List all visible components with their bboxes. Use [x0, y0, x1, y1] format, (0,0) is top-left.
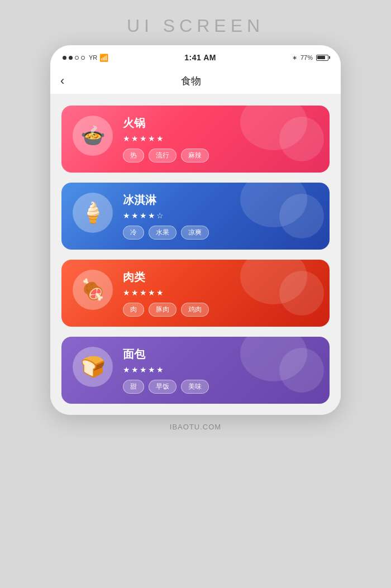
tag-热[interactable]: 热 — [123, 149, 144, 162]
star-3: ★ — [148, 211, 155, 220]
tag-豚肉[interactable]: 豚肉 — [149, 303, 177, 317]
signal-dot3 — [75, 56, 79, 60]
card-icon-meat: 🍖 — [73, 270, 113, 310]
bottom-label: IBAOTU.COM — [170, 423, 221, 431]
tag-流行[interactable]: 流行 — [149, 149, 177, 162]
star-0: ★ — [123, 365, 130, 374]
status-bar: YR 📶 1:41 AM ∗ 77% — [50, 45, 341, 68]
star-2: ★ — [140, 134, 147, 143]
carrier-label: YR — [89, 54, 97, 61]
tag-美味[interactable]: 美味 — [181, 380, 209, 394]
star-3: ★ — [148, 288, 155, 297]
signal-dot4 — [81, 56, 85, 60]
back-button[interactable]: ‹ — [60, 75, 64, 87]
star-3: ★ — [148, 134, 155, 143]
content-area: 🍲火锅★★★★★热流行麻辣🍦冰淇淋★★★★☆冷水果凉爽🍖肉类★★★★★肉豚肉鸡肉… — [50, 94, 341, 415]
battery-icon — [316, 55, 328, 61]
food-card-icecream[interactable]: 🍦冰淇淋★★★★☆冷水果凉爽 — [61, 183, 330, 250]
card-icon-bread: 🍞 — [73, 347, 113, 387]
tag-甜[interactable]: 甜 — [123, 380, 144, 394]
battery-percent: 77% — [301, 54, 313, 61]
star-1: ★ — [131, 365, 139, 374]
food-card-hotpot[interactable]: 🍲火锅★★★★★热流行麻辣 — [61, 106, 330, 173]
star-1: ★ — [131, 134, 139, 143]
food-card-bread[interactable]: 🍞面包★★★★★甜早饭美味 — [61, 337, 330, 404]
blob-deco2 — [279, 271, 324, 315]
phone-frame: YR 📶 1:41 AM ∗ 77% ‹ 食物 🍲火锅★★★★★热流行麻辣🍦冰淇… — [50, 45, 341, 415]
wifi-icon: 📶 — [99, 54, 108, 62]
star-2: ★ — [140, 365, 147, 374]
star-3: ★ — [148, 365, 155, 374]
card-icon-hotpot: 🍲 — [73, 116, 113, 156]
battery-box — [316, 55, 328, 61]
tag-水果[interactable]: 水果 — [149, 226, 177, 240]
status-signal: YR 📶 — [63, 54, 108, 62]
page-title: 食物 — [64, 74, 317, 88]
tag-凉爽[interactable]: 凉爽 — [181, 226, 209, 240]
star-2: ★ — [140, 288, 147, 297]
star-0: ★ — [123, 288, 130, 297]
tag-麻辣[interactable]: 麻辣 — [181, 149, 209, 162]
time-display: 1:41 AM — [184, 53, 216, 62]
tag-鸡肉[interactable]: 鸡肉 — [181, 303, 209, 317]
tag-冷[interactable]: 冷 — [123, 226, 144, 240]
star-4: ☆ — [156, 211, 164, 220]
star-4: ★ — [156, 134, 164, 143]
screen-label: UI SCREEN — [127, 16, 264, 36]
food-card-meat[interactable]: 🍖肉类★★★★★肉豚肉鸡肉 — [61, 260, 330, 327]
star-4: ★ — [156, 365, 164, 374]
blob-deco2 — [279, 117, 324, 161]
star-0: ★ — [123, 134, 130, 143]
signal-dot2 — [69, 56, 73, 60]
battery-fill — [317, 56, 325, 59]
bluetooth-icon: ∗ — [292, 54, 297, 61]
tag-肉[interactable]: 肉 — [123, 303, 144, 317]
blob-deco2 — [279, 348, 324, 393]
star-1: ★ — [131, 211, 139, 220]
blob-deco2 — [279, 194, 324, 238]
tag-早饭[interactable]: 早饭 — [149, 380, 177, 394]
star-0: ★ — [123, 211, 130, 220]
star-1: ★ — [131, 288, 139, 297]
status-right: ∗ 77% — [292, 54, 328, 61]
signal-dot1 — [63, 56, 66, 60]
star-4: ★ — [156, 288, 164, 297]
nav-bar: ‹ 食物 — [50, 68, 341, 94]
star-2: ★ — [140, 211, 147, 220]
card-icon-icecream: 🍦 — [73, 193, 113, 233]
